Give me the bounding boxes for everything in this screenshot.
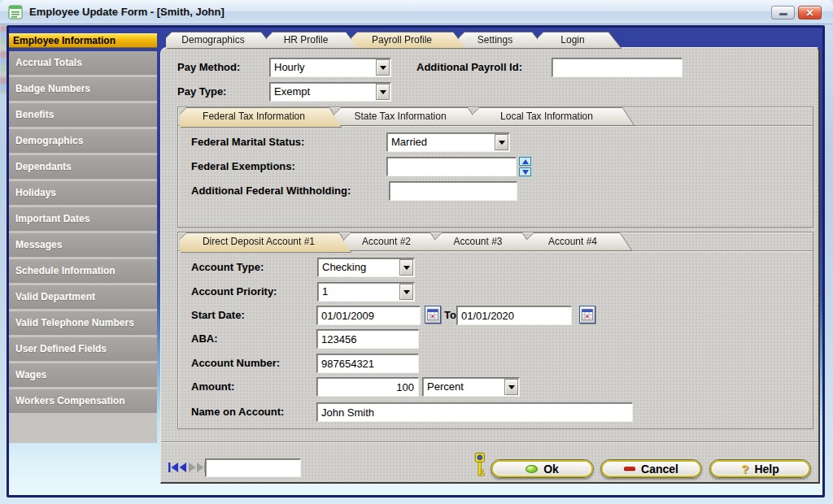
amount-label: Amount: [191, 380, 234, 393]
tab-payroll-profile[interactable]: Payroll Profile [351, 33, 465, 48]
sidebar-item-valid-telephone-numbers[interactable]: Valid Telephone Numbers [9, 311, 157, 335]
deposit-tab-account-1[interactable]: Direct Deposit Account #1 [180, 233, 351, 252]
nav-prev-button[interactable] [180, 463, 187, 472]
sidebar-item-demographics[interactable]: Demographics [9, 129, 157, 153]
additional-federal-withholding-input[interactable] [389, 181, 517, 201]
account-number-input[interactable] [316, 354, 419, 373]
tax-tab-federal[interactable]: Federal Tax Information [180, 108, 341, 127]
sidebar-item-holidays[interactable]: Holidays [9, 181, 157, 205]
sidebar-item-workers-compensation[interactable]: Workers Compensation [9, 389, 157, 413]
tab-hr-profile[interactable]: HR Profile [267, 33, 358, 48]
nav-first-button[interactable] [168, 463, 178, 472]
ok-button-label: Ok [543, 463, 559, 476]
name-on-account-label: Name on Account: [191, 406, 284, 418]
pay-method-label: Pay Method: [177, 61, 240, 73]
sidebar-list: Accrual Totals Badge Numbers Benefits De… [9, 51, 157, 443]
sidebar-item-badge-numbers[interactable]: Badge Numbers [9, 77, 157, 101]
deposit-tab-account-2[interactable]: Account #2 [344, 233, 442, 250]
chevron-down-icon [380, 90, 386, 98]
app-icon [8, 5, 23, 20]
sidebar-item-dependants[interactable]: Dependants [9, 155, 157, 179]
close-icon: ✕ [805, 8, 813, 18]
window-title: Employee Update Form - [Smith, John] [29, 6, 225, 18]
arrow-down-icon [522, 170, 529, 178]
cancel-icon [624, 467, 635, 471]
tax-tab-state[interactable]: State Tax Information [334, 108, 479, 125]
end-date-calendar-button[interactable] [579, 306, 595, 324]
minimize-icon [779, 13, 787, 15]
nav-next-button[interactable] [189, 463, 196, 472]
federal-marital-status-value: Married [387, 133, 494, 151]
aba-label: ABA: [191, 332, 218, 345]
amount-input[interactable] [316, 377, 419, 397]
spinner-up-button[interactable] [519, 157, 531, 166]
ok-button[interactable]: Ok [491, 459, 594, 478]
direct-deposit-group: Direct Deposit Account #1 Account #2 Acc… [177, 232, 813, 429]
chevron-down-icon [499, 141, 505, 148]
federal-marital-status-label: Federal Marital Status: [191, 136, 304, 148]
start-date-input[interactable] [316, 306, 421, 325]
account-priority-select[interactable]: 1 [317, 282, 415, 302]
start-date-label: Start Date: [191, 309, 245, 321]
close-button[interactable]: ✕ [798, 6, 822, 20]
sidebar-item-benefits[interactable]: Benefits [9, 103, 157, 127]
amount-unit-value: Percent [423, 378, 504, 396]
account-priority-value: 1 [318, 283, 399, 301]
help-button-label: Help [754, 463, 778, 476]
additional-federal-withholding-label: Additional Federal Withholding: [191, 185, 351, 197]
additional-payroll-id-input[interactable] [552, 58, 683, 77]
deposit-tab-account-4[interactable]: Account #4 [527, 233, 631, 250]
account-type-value: Checking [318, 259, 399, 276]
additional-payroll-id-label: Additional Payroll Id: [416, 61, 522, 73]
ok-icon [526, 465, 538, 473]
account-type-select[interactable]: Checking [317, 258, 415, 277]
tab-demographics[interactable]: Demographics [166, 33, 273, 48]
tab-login[interactable]: Login [538, 33, 621, 48]
sidebar-item-user-defined-fields[interactable]: User Defined Fields [9, 337, 157, 361]
account-type-dropdown-button[interactable] [399, 259, 413, 276]
pay-method-dropdown-button[interactable] [376, 59, 390, 76]
federal-marital-status-select[interactable]: Married [386, 133, 510, 152]
minimize-button[interactable] [771, 6, 795, 20]
amount-unit-select[interactable]: Percent [422, 377, 520, 397]
spinner-down-button[interactable] [519, 167, 531, 176]
pay-method-value: Hourly [270, 59, 375, 76]
account-number-label: Account Number: [191, 357, 280, 369]
tax-tab-strip: Federal Tax Information State Tax Inform… [180, 108, 811, 126]
date-range-to-label: To [444, 309, 456, 321]
sidebar-item-wages[interactable]: Wages [9, 363, 157, 387]
end-date-input[interactable] [456, 306, 572, 325]
main-tab-strip: Demographics HR Profile Payroll Profile … [166, 33, 614, 49]
sidebar-item-important-dates[interactable]: Important Dates [9, 207, 157, 231]
tax-tab-local[interactable]: Local Tax Information [473, 108, 634, 125]
federal-exemptions-input[interactable] [386, 157, 517, 176]
aba-input[interactable] [316, 329, 419, 349]
chevron-down-icon [403, 266, 410, 273]
record-navigator [168, 461, 207, 474]
help-button[interactable]: ? Help [709, 459, 811, 478]
tab-settings[interactable]: Settings [459, 33, 544, 48]
deposit-tab-strip: Direct Deposit Account #1 Account #2 Acc… [180, 233, 811, 251]
record-nav-input[interactable] [205, 458, 301, 477]
name-on-account-input[interactable] [316, 402, 633, 422]
pay-method-select[interactable]: Hourly [269, 58, 391, 77]
sidebar: Employee Information Accrual Totals Badg… [9, 33, 157, 443]
deposit-tab-account-3[interactable]: Account #3 [435, 233, 534, 250]
account-priority-label: Account Priority: [191, 285, 277, 298]
federal-exemptions-spinner [519, 157, 531, 176]
pay-type-dropdown-button[interactable] [376, 84, 390, 100]
cancel-button[interactable]: Cancel [600, 459, 702, 478]
sidebar-item-messages[interactable]: Messages [9, 233, 157, 257]
amount-unit-dropdown-button[interactable] [504, 379, 518, 395]
sidebar-item-valid-department[interactable]: Valid Department [9, 285, 157, 309]
sidebar-item-accrual-totals[interactable]: Accrual Totals [9, 51, 157, 75]
arrow-up-icon [522, 156, 529, 164]
sidebar-header: Employee Information [9, 33, 157, 48]
start-date-calendar-button[interactable] [425, 306, 441, 324]
tax-information-group: Federal Tax Information State Tax Inform… [177, 106, 813, 228]
account-priority-dropdown-button[interactable] [399, 284, 413, 300]
sidebar-item-schedule-information[interactable]: Schedule Information [9, 259, 157, 283]
federal-marital-status-dropdown-button[interactable] [495, 134, 508, 150]
pay-type-label: Pay Type: [177, 85, 226, 98]
pay-type-select[interactable]: Exempt [269, 82, 391, 102]
